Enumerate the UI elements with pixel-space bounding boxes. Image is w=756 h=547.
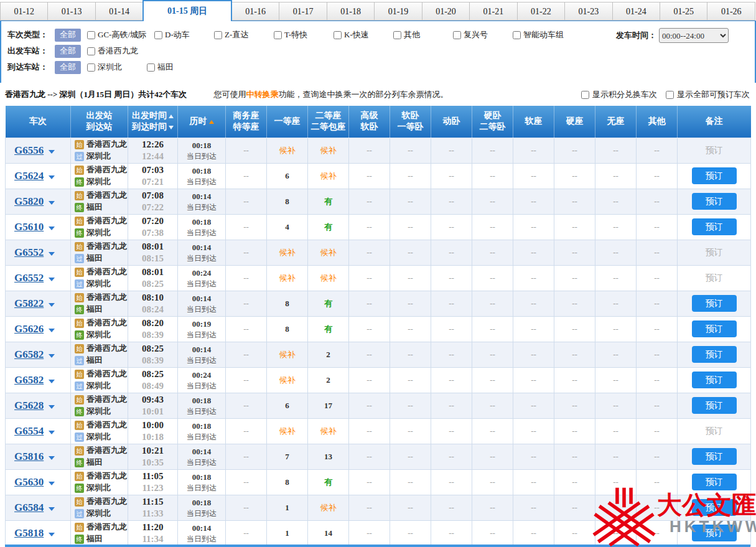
filter-option-checkbox[interactable] [453,31,461,39]
column-header[interactable]: 历时 [178,106,226,138]
filter-option[interactable]: 福田 [147,62,207,73]
filter-option-checkbox[interactable] [154,31,162,39]
book-button[interactable]: 预订 [692,193,737,210]
train-number-link[interactable]: G6582 [14,348,44,360]
book-button[interactable]: 预订 [692,499,737,516]
arrive-note: 当日到达 [178,457,225,468]
expand-caret-icon[interactable] [49,252,55,256]
book-button[interactable]: 预订 [692,218,737,235]
date-tab-01-13[interactable]: 01-13 [47,2,95,21]
date-tab-01-15[interactable]: 01-15 周日 [142,0,232,21]
seat-availability-cell: -- [595,393,637,418]
filter-option-checkbox[interactable] [393,31,401,39]
train-number-link[interactable]: G5624 [14,170,44,182]
train-number-link[interactable]: G6582 [14,374,44,386]
book-button[interactable]: 预订 [692,167,737,184]
date-tab-01-12[interactable]: 01-12 [0,2,48,21]
book-button[interactable]: 预订 [692,397,737,414]
date-tab-01-20[interactable]: 01-20 [422,2,470,21]
expand-caret-icon[interactable] [49,175,55,179]
filter-option[interactable]: 复兴号 [453,29,513,40]
filter-option-checkbox[interactable] [87,31,95,39]
date-tab-01-17[interactable]: 01-17 [279,2,327,21]
all-bookable-checkbox-input[interactable] [666,91,674,99]
filter-option-checkbox[interactable] [274,31,282,39]
train-number-link[interactable]: G6552 [14,246,44,258]
seat-availability-cell: -- [513,265,554,291]
filter-option-checkbox[interactable] [513,31,521,39]
train-number-link[interactable]: G5816 [14,451,44,462]
expand-caret-icon[interactable] [49,354,55,358]
expand-caret-icon[interactable] [49,380,55,383]
date-tab-01-16[interactable]: 01-16 [231,2,279,21]
date-tab-01-18[interactable]: 01-18 [327,2,375,21]
column-header[interactable]: 出发时间到达时间 [128,106,178,138]
date-tab-01-23[interactable]: 01-23 [564,2,612,21]
book-button[interactable]: 预订 [692,474,737,490]
filter-all-badge[interactable]: 全部 [55,45,81,58]
book-button[interactable]: 预订 [692,295,737,312]
arrive-note: 当日到达 [178,483,225,493]
expand-caret-icon[interactable] [49,201,55,205]
book-button[interactable]: 预订 [692,320,737,337]
transfer-link[interactable]: 中转换乘 [246,90,279,99]
book-button[interactable]: 预订 [692,448,737,465]
train-number-link[interactable]: G5630 [14,476,44,488]
date-tab-01-24[interactable]: 01-24 [612,2,660,21]
expand-caret-icon[interactable] [49,405,55,409]
filter-option[interactable]: Z-直达 [214,29,274,40]
date-tab-01-14[interactable]: 01-14 [95,2,143,21]
date-tab-01-22[interactable]: 01-22 [517,2,565,21]
points-checkbox-input[interactable] [581,91,589,99]
depart-time-select[interactable]: 00:00--24:00 [659,28,729,43]
filter-option-checkbox[interactable] [87,47,95,55]
train-number-link[interactable]: G5628 [14,400,44,411]
date-tab-01-19[interactable]: 01-19 [374,2,422,21]
show-all-bookable-checkbox[interactable]: 显示全部可预订车次 [666,89,750,100]
expand-caret-icon[interactable] [49,150,55,154]
filter-all-badge[interactable]: 全部 [55,61,81,74]
filter-option[interactable]: 其他 [393,29,453,40]
filter-option[interactable]: 智能动车组 [513,29,572,40]
filter-option[interactable]: D-动车 [154,29,214,40]
train-number-link[interactable]: G6556 [14,144,44,156]
seat-availability-cell: -- [226,189,267,214]
train-number-link[interactable]: G5626 [14,323,44,335]
filter-option-checkbox[interactable] [147,63,155,72]
filter-option[interactable]: T-特快 [274,29,334,40]
arrive-note: 当日到达 [178,381,225,391]
expand-caret-icon[interactable] [49,227,55,230]
expand-caret-icon[interactable] [49,533,55,536]
book-button[interactable]: 预订 [692,525,737,541]
expand-caret-icon[interactable] [49,278,55,281]
train-number-link[interactable]: G5818 [14,527,44,539]
date-tab-01-26[interactable]: 01-26 [707,2,755,21]
train-number-link[interactable]: G5822 [14,297,44,309]
expand-caret-icon[interactable] [49,482,55,485]
date-tab-01-25[interactable]: 01-25 [660,2,707,21]
train-number-link[interactable]: G5610 [14,221,44,233]
book-button[interactable]: 预订 [692,346,737,363]
date-tab-01-21[interactable]: 01-21 [469,2,517,21]
expand-caret-icon[interactable] [49,431,55,434]
departure-time: 08:25 [128,368,177,380]
expand-caret-icon[interactable] [49,329,55,332]
filter-option[interactable]: 香港西九龙 [87,45,147,57]
show-points-trains-checkbox[interactable]: 显示积分兑换车次 [581,89,657,100]
book-button[interactable]: 预订 [692,372,737,388]
filter-option-checkbox[interactable] [214,31,222,39]
seat-availability-cell: -- [637,469,678,495]
filter-option[interactable]: GC-高铁/城际 [87,29,154,40]
filter-option-checkbox[interactable] [87,63,95,72]
train-number-link[interactable]: G6554 [14,425,44,437]
filter-option-checkbox[interactable] [334,31,342,39]
expand-caret-icon[interactable] [49,507,55,511]
train-number-link[interactable]: G5820 [14,195,44,207]
train-number-link[interactable]: G6584 [14,502,44,513]
filter-all-badge[interactable]: 全部 [55,29,81,42]
filter-option[interactable]: K-快速 [334,29,393,40]
filter-option[interactable]: 深圳北 [87,62,147,73]
train-number-link[interactable]: G6552 [14,272,44,284]
expand-caret-icon[interactable] [49,303,55,307]
expand-caret-icon[interactable] [49,456,55,460]
